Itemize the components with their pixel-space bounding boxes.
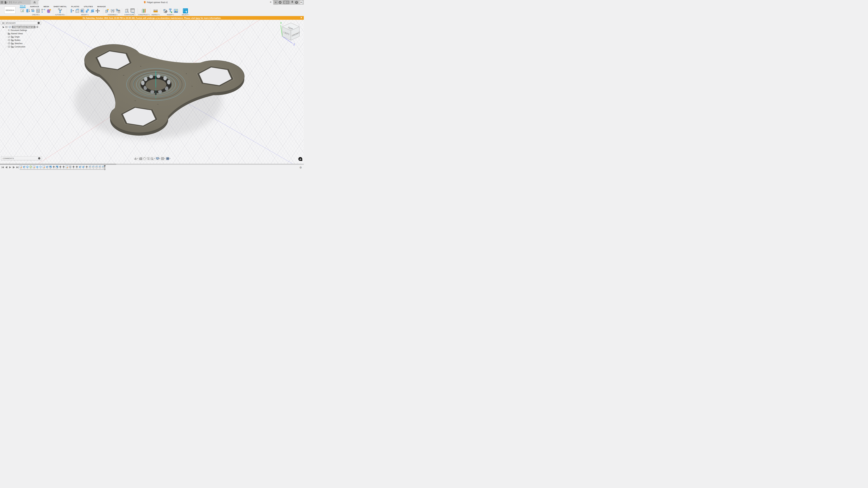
banner-close-icon[interactable]: ✕	[301, 17, 302, 19]
tab-mesh[interactable]: MESH	[43, 5, 49, 8]
pattern-icon[interactable]	[41, 8, 46, 13]
timeline-form-icon[interactable]	[36, 166, 38, 169]
offset-face-icon[interactable]	[90, 8, 95, 13]
feedback-bubble-icon[interactable]	[298, 157, 303, 161]
timeline-pattern-icon[interactable]	[39, 166, 42, 169]
timeline-fillet-icon[interactable]	[89, 166, 91, 169]
timeline-move-icon[interactable]	[86, 166, 88, 169]
activate-component-radio[interactable]	[36, 26, 38, 28]
timeline-sketch-icon[interactable]	[66, 166, 68, 169]
timeline-extrude-icon[interactable]	[46, 166, 49, 169]
group-construct-label[interactable]: CONSTRUCT	[138, 14, 150, 16]
redo-icon[interactable]: ▼	[18, 1, 22, 3]
spinner-hub[interactable]	[130, 70, 182, 99]
hex-hole-bottom[interactable]	[121, 106, 157, 127]
display-settings-icon[interactable]: ▼	[156, 157, 160, 160]
look-at-icon[interactable]	[139, 157, 142, 160]
press-pull-icon[interactable]	[70, 8, 74, 13]
eye-visible-icon[interactable]	[8, 39, 10, 41]
timeline-position-marker[interactable]	[104, 165, 106, 170]
timeline-sketch-icon[interactable]	[20, 166, 22, 169]
avatar[interactable]: SS	[300, 1, 303, 4]
shell-icon[interactable]	[80, 8, 85, 13]
comments-bar[interactable]: COMMENTS +	[1, 156, 42, 160]
sketch-circles[interactable]	[126, 68, 185, 100]
timeline-torus-icon[interactable]	[26, 166, 29, 169]
hex-hole-right[interactable]	[197, 66, 234, 86]
hex-hole-top-left[interactable]	[95, 50, 131, 70]
zoom-window-icon[interactable]: ▼	[151, 157, 155, 160]
home-tab[interactable]	[31, 0, 38, 5]
undo-icon[interactable]: ▼	[13, 1, 17, 3]
tree-item-bodies[interactable]: Bodies	[5, 38, 59, 42]
collapse-triangle-icon[interactable]	[5, 46, 7, 47]
group-assemble-label[interactable]: ASSEMBLE	[107, 14, 117, 16]
timeline-split-icon[interactable]	[49, 166, 52, 169]
create-sketch-icon[interactable]	[20, 8, 25, 13]
collapse-triangle-icon[interactable]	[5, 39, 7, 41]
collapse-triangle-icon[interactable]	[5, 29, 7, 31]
group-insert-label[interactable]: INSERT	[167, 14, 174, 16]
joint-icon[interactable]	[110, 8, 115, 13]
timeline-extrude-icon[interactable]	[82, 166, 85, 169]
job-status-button[interactable]: 1	[283, 1, 289, 4]
automate-icon[interactable]	[58, 8, 62, 13]
design-menu[interactable]: DESIGN ▾	[4, 6, 16, 14]
orbit-icon[interactable]: ▼	[134, 157, 138, 160]
timeline-sketch-icon[interactable]	[42, 166, 45, 169]
timeline-fillet-icon[interactable]	[99, 166, 101, 169]
notifications-icon[interactable]	[291, 1, 293, 4]
tree-item-named-views[interactable]: Named Views	[5, 32, 59, 35]
measure-icon[interactable]	[153, 8, 158, 13]
browser-minimize-icon[interactable]: –	[38, 22, 40, 24]
app-grid-icon[interactable]	[1, 1, 3, 3]
new-tab-button[interactable]: +	[274, 0, 278, 5]
combine-icon[interactable]	[85, 8, 90, 13]
configure-icon[interactable]	[125, 8, 129, 13]
tab-utilities[interactable]: UTILITIES	[84, 5, 93, 8]
timeline-extrude-icon[interactable]	[79, 166, 81, 169]
timeline-sketch-icon[interactable]	[33, 166, 35, 169]
browser-root-row[interactable]: Fidget spinner final v1	[3, 25, 59, 29]
collapse-triangle-icon[interactable]	[5, 42, 7, 44]
browser-header[interactable]: BROWSER –	[1, 21, 41, 25]
tab-surface[interactable]: SURFACE	[30, 5, 39, 8]
zoom-icon[interactable]	[147, 157, 150, 160]
skip-to-end-icon[interactable]	[16, 166, 19, 168]
spinner-top[interactable]	[85, 44, 244, 133]
construct-plane-icon[interactable]	[142, 8, 147, 13]
group-modify-label[interactable]: MODIFY	[81, 14, 89, 16]
timeline-fillet-icon[interactable]	[95, 166, 98, 169]
collapse-triangle-icon[interactable]	[5, 36, 7, 38]
timeline-plane-icon[interactable]	[29, 166, 32, 169]
group-create-label[interactable]: CREATE	[32, 14, 39, 16]
timeline-split-icon[interactable]	[56, 166, 58, 169]
extrude-icon[interactable]	[26, 8, 30, 13]
file-menu-icon[interactable]: ▼	[4, 1, 8, 4]
sketch-centerline[interactable]	[155, 71, 157, 100]
tab-manage[interactable]: MANAGE	[97, 5, 105, 8]
timeline-move-icon[interactable]	[62, 166, 65, 169]
eye-hidden-icon[interactable]	[8, 36, 10, 38]
banner-link[interactable]: here	[196, 17, 200, 19]
help-icon[interactable]: ?	[295, 1, 298, 4]
pan-icon[interactable]	[143, 157, 146, 160]
new-component-icon[interactable]	[105, 8, 110, 13]
timeline-move-icon[interactable]	[59, 166, 62, 169]
select-icon[interactable]	[183, 8, 188, 13]
root-component-label[interactable]: Fidget spinner final v1	[12, 26, 35, 28]
save-icon[interactable]	[9, 1, 11, 3]
timeline-settings-gear-icon[interactable]: ⚙	[299, 166, 302, 169]
eye-visible-icon[interactable]	[8, 42, 10, 44]
tree-item-sketches[interactable]: Sketches	[5, 42, 59, 45]
tab-plastic[interactable]: PLASTIC	[71, 5, 80, 8]
add-comment-icon[interactable]: +	[38, 157, 40, 159]
revolve-icon[interactable]	[31, 8, 35, 13]
step-forward-icon[interactable]	[12, 166, 15, 168]
eye-visible-icon[interactable]	[8, 46, 10, 47]
fillet-icon[interactable]	[75, 8, 80, 13]
group-inspect-label[interactable]: INSPECT	[152, 14, 160, 16]
timeline-shell-icon[interactable]	[69, 166, 71, 169]
skip-to-start-icon[interactable]	[2, 166, 4, 168]
grid-settings-icon[interactable]: ▼	[161, 157, 165, 160]
